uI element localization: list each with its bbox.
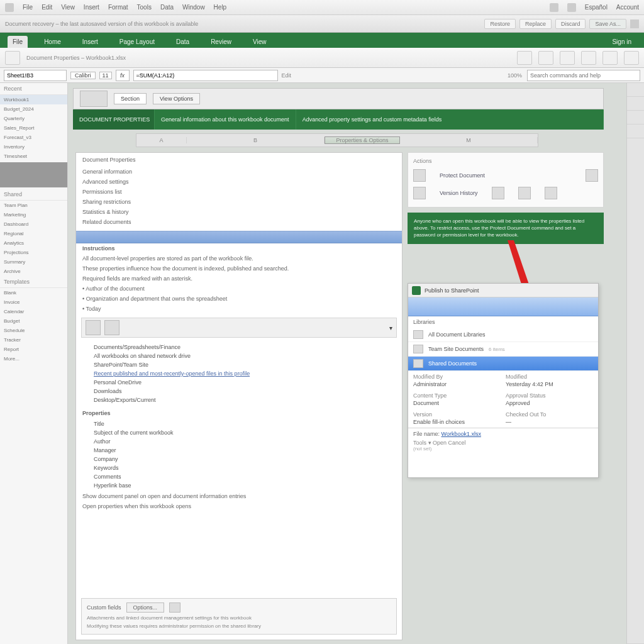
location-picker[interactable]: ▾ [81, 318, 397, 338]
font-size[interactable]: 11 [99, 72, 112, 79]
nav-item[interactable]: Budget [0, 316, 67, 326]
restore-button[interactable]: Restore [484, 19, 516, 29]
prop-field[interactable]: Hyperlink base [94, 481, 402, 490]
recent-location[interactable]: Downloads [94, 387, 402, 396]
nav-item[interactable]: Schedule [0, 326, 67, 335]
nav-item[interactable]: Summary [0, 257, 67, 267]
options-button[interactable]: Options... [126, 602, 165, 613]
nav-item[interactable]: Blank [0, 288, 67, 297]
recent-location[interactable]: Personal OneDrive [94, 378, 402, 387]
prop-field[interactable]: Author [94, 437, 402, 446]
history-icon[interactable] [413, 187, 426, 199]
scroll-up-icon[interactable] [627, 83, 644, 97]
recent-location[interactable]: Documents/Spreadsheets/Finance [94, 343, 402, 352]
nav-item[interactable]: Regional [0, 229, 67, 238]
tab-page-layout[interactable]: Page Layout [114, 36, 160, 48]
nav-item[interactable]: Inventory [0, 142, 67, 152]
share-icon[interactable] [492, 187, 504, 199]
menu-window[interactable]: Window [182, 4, 205, 11]
dialog-titlebar[interactable]: Publish to SharePoint [408, 284, 598, 297]
filename-value[interactable]: Workbook1.xlsx [441, 431, 481, 437]
prop-link[interactable]: Permissions list [76, 187, 402, 197]
nav-item[interactable]: Sales_Report [0, 123, 67, 133]
file-row[interactable]: Team Site Documents 6 items [408, 342, 598, 357]
col-m[interactable]: M [400, 137, 538, 143]
menu-tools[interactable]: Tools [137, 4, 152, 11]
recent-location[interactable]: Desktop/Exports/Current [94, 396, 402, 404]
dialog-buttons[interactable]: Tools ▾ Open Cancel [413, 440, 593, 446]
replace-button[interactable]: Replace [519, 19, 552, 29]
export-icon[interactable] [545, 187, 557, 199]
prop-field[interactable]: Title [94, 419, 402, 428]
menu-edit[interactable]: Edit [42, 4, 52, 11]
tab-data[interactable]: Data [171, 36, 194, 48]
cut-icon[interactable] [581, 51, 596, 65]
formula-input[interactable] [133, 70, 278, 81]
nav-item[interactable]: Analytics [0, 238, 67, 248]
version-history-label[interactable]: Version History [440, 190, 478, 196]
nav-item[interactable]: Budget_2024 [0, 104, 67, 114]
properties-dropdown[interactable]: Properties & Options [325, 136, 400, 144]
tab-home[interactable]: Home [39, 36, 66, 48]
prop-link[interactable]: General information [76, 167, 402, 177]
scrollbar-track[interactable] [627, 138, 644, 630]
nav-item[interactable]: Dashboard [0, 219, 67, 229]
prop-field[interactable]: Manager [94, 446, 402, 455]
prop-field[interactable]: Company [94, 455, 402, 464]
scroll-down-icon[interactable] [627, 630, 644, 644]
file-row[interactable]: All Document Libraries [408, 328, 598, 342]
nav-item[interactable]: Workbook1 [0, 95, 67, 104]
nav-item[interactable]: Forecast_v3 [0, 133, 67, 142]
tab-review[interactable]: Review [206, 36, 236, 48]
recent-location[interactable]: All workbooks on shared network drive [94, 352, 402, 360]
nav-item[interactable]: Timesheet [0, 152, 67, 161]
prop-link[interactable]: Related documents [76, 217, 402, 227]
nav-item[interactable]: Archive [0, 267, 67, 276]
tab-view[interactable]: View [248, 36, 272, 48]
file-row-selected[interactable]: Shared Documents [408, 357, 598, 371]
zoom-label[interactable]: 100% [508, 72, 522, 79]
menu-view[interactable]: View [61, 4, 75, 11]
nav-item[interactable]: Report [0, 345, 67, 354]
nav-item[interactable]: Invoice [0, 297, 67, 307]
format-painter-icon[interactable] [624, 51, 639, 65]
prop-field[interactable]: Keywords [94, 464, 402, 472]
prop-field[interactable]: Comments [94, 472, 402, 481]
redo-icon[interactable] [538, 51, 553, 65]
prop-link[interactable]: Sharing restrictions [76, 197, 402, 207]
copy-icon[interactable] [602, 51, 618, 65]
discard-button[interactable]: Discard [555, 19, 586, 29]
nav-item[interactable]: Quarterly [0, 114, 67, 123]
breadcrumb[interactable]: Libraries [408, 316, 598, 328]
undo-icon[interactable] [517, 51, 532, 65]
section-tab[interactable]: Section [114, 93, 147, 104]
name-box[interactable] [4, 70, 67, 81]
nav-item[interactable]: Projections [0, 248, 67, 257]
save-icon[interactable] [5, 51, 20, 65]
nav-item[interactable]: More... [0, 354, 67, 364]
fx-icon[interactable]: fx [116, 70, 130, 81]
prop-link[interactable]: Advanced settings [76, 177, 402, 187]
nav-item[interactable]: Tracker [0, 335, 67, 345]
tab-insert[interactable]: Insert [77, 36, 103, 48]
view-options-tab[interactable]: View Options [153, 93, 200, 104]
recent-location-link[interactable]: Recent published and most-recently-opene… [94, 369, 402, 378]
chevron-icon[interactable] [586, 169, 598, 182]
nav-item[interactable]: Calendar [0, 307, 67, 316]
recent-location[interactable]: SharePoint/Team Site [94, 360, 402, 369]
nav-item[interactable]: Team Plan [0, 201, 67, 210]
gear-icon[interactable] [169, 602, 180, 613]
menu-file[interactable]: File [23, 4, 33, 11]
lang-indicator[interactable]: Español [585, 4, 608, 11]
search-input[interactable] [527, 70, 640, 81]
shield-icon[interactable] [413, 169, 426, 182]
menu-help[interactable]: Help [214, 4, 227, 11]
menu-format[interactable]: Format [108, 4, 128, 11]
prop-link[interactable]: Statistics & history [76, 207, 402, 217]
nav-item[interactable]: Marketing [0, 210, 67, 219]
menu-data[interactable]: Data [160, 4, 174, 11]
account-menu[interactable]: Account [616, 4, 639, 11]
prop-field[interactable]: Subject of the current workbook [94, 428, 402, 437]
signin-link[interactable]: Sign in [607, 36, 636, 48]
col-a[interactable]: A [136, 137, 187, 143]
